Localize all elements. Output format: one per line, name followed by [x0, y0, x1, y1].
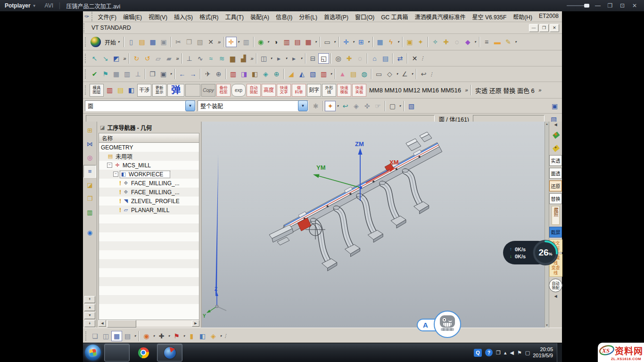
- operation-navigator-icon[interactable]: ≡: [83, 165, 96, 178]
- copy-icon[interactable]: ❐: [184, 36, 195, 48]
- dropdown-arrow-icon[interactable]: ▾: [329, 72, 333, 76]
- rotate-ccw-icon[interactable]: ↺: [142, 53, 153, 64]
- menu-item[interactable]: 文件(F): [95, 12, 120, 22]
- part-navigator-icon[interactable]: ◎: [83, 151, 96, 164]
- menu-item[interactable]: 格式(R): [196, 12, 222, 22]
- scroll-thumb[interactable]: [107, 320, 136, 328]
- sparkle-icon[interactable]: ✧: [430, 36, 441, 48]
- overflow-icon[interactable]: »: [463, 87, 469, 93]
- scroll-right-icon[interactable]: ▶: [192, 320, 199, 327]
- swap-icon[interactable]: ⇄: [395, 53, 405, 64]
- player-name[interactable]: Potplayer: [5, 2, 31, 9]
- collapse-icon[interactable]: ⊟: [307, 53, 318, 64]
- block-icon[interactable]: ▆: [227, 53, 238, 64]
- layer-icon[interactable]: ▤: [380, 53, 391, 64]
- mold-layer-button[interactable]: 模具图层: [90, 84, 104, 97]
- show-hidden-icons[interactable]: ▴: [504, 350, 507, 356]
- graphics-viewport[interactable]: ZM YM XM Z: [202, 122, 549, 328]
- eject-button[interactable]: 弹: [167, 84, 184, 97]
- window-tray-icon[interactable]: ❐: [496, 350, 501, 356]
- grid-icon[interactable]: ▦: [375, 36, 386, 48]
- auto-assembly-button[interactable]: 自动装配: [549, 279, 562, 292]
- display-mode-icon[interactable]: ▭: [322, 36, 333, 48]
- auto-assemble-button[interactable]: 自动装配: [247, 84, 261, 97]
- orient-icon[interactable]: ✈: [202, 68, 213, 80]
- scope-select[interactable]: 整个装配 ▼: [198, 100, 308, 111]
- viewport-scrollbar[interactable]: ▲▼: [545, 122, 549, 328]
- tree-item-label[interactable]: WORKPIECE: [129, 171, 163, 178]
- toolbar-grip[interactable]: [85, 54, 87, 63]
- menu-item[interactable]: 潇洒模具汽模标准件: [412, 12, 469, 22]
- red-cube-icon[interactable]: ▥: [104, 84, 115, 96]
- menu-item[interactable]: 插入(S): [171, 12, 196, 22]
- volume-knob[interactable]: [584, 4, 589, 8]
- stack-icon[interactable]: ▤: [348, 68, 359, 80]
- tree-row[interactable]: !❖FACE_MILLING_...: [99, 188, 199, 197]
- overflow-icon[interactable]: »: [174, 56, 180, 61]
- menu-item[interactable]: 首选项(P): [321, 12, 352, 22]
- search-icon[interactable]: ◌: [452, 36, 462, 48]
- surface-icon[interactable]: ≋: [216, 53, 227, 64]
- scroll-track[interactable]: [106, 320, 192, 327]
- tree-row[interactable]: ▤未用项: [99, 152, 199, 161]
- menu-item[interactable]: 编辑(E): [120, 12, 145, 22]
- taskbar-nx-button[interactable]: [157, 344, 182, 362]
- measure-icon[interactable]: ◫: [258, 53, 269, 64]
- menu-item[interactable]: 装配(A): [247, 12, 272, 22]
- show-hide-icon[interactable]: ❏: [90, 330, 100, 342]
- red-part-icon[interactable]: ▥: [228, 68, 239, 80]
- progress-ring[interactable]: 26%: [532, 239, 559, 266]
- sphere-icon[interactable]: ◉: [256, 36, 266, 48]
- dropdown-arrow-icon[interactable]: ▾: [352, 40, 356, 44]
- volume-slider[interactable]: [567, 5, 589, 6]
- internet-icon[interactable]: ◉: [83, 226, 96, 239]
- expander-icon[interactable]: −: [113, 172, 118, 177]
- panel-toggle-icon[interactable]: ▣: [549, 100, 560, 112]
- list-icon[interactable]: ≡: [481, 36, 492, 48]
- grab-icon[interactable]: ☞: [372, 100, 383, 112]
- replace-button[interactable]: 替换: [549, 193, 562, 204]
- find-icon[interactable]: ◌: [355, 53, 365, 64]
- outline-button[interactable]: 外形线: [322, 84, 336, 97]
- toolbar-grip[interactable]: [85, 69, 87, 79]
- torus-icon[interactable]: ◍: [359, 68, 370, 80]
- dropdown-arrow-icon[interactable]: ▾: [133, 334, 137, 338]
- play-icon[interactable]: ▸: [273, 53, 284, 64]
- save-icon[interactable]: ▦: [148, 36, 158, 48]
- corner-icon[interactable]: ▟: [238, 53, 249, 64]
- input-method-tray-icon[interactable]: Q: [474, 349, 482, 357]
- cone-icon[interactable]: ▲: [337, 68, 348, 80]
- network-tray-icon[interactable]: ▢: [525, 350, 530, 356]
- target-icon[interactable]: ◎: [333, 53, 344, 64]
- dropdown-arrow-icon[interactable]: ▾: [333, 40, 337, 44]
- window-stack-icon[interactable]: ❐: [147, 68, 158, 80]
- taskbar-explorer-button[interactable]: [104, 344, 130, 362]
- dropdown-arrow-icon[interactable]: ▾: [269, 57, 273, 60]
- red-cube-icon[interactable]: ▥: [318, 68, 329, 80]
- scroll-left-icon[interactable]: ◀: [99, 320, 106, 327]
- bounding-box-icon[interactable]: ◈: [208, 330, 219, 342]
- gold-box-icon[interactable]: ▣: [405, 36, 415, 48]
- ramp-icon[interactable]: ◢: [286, 68, 297, 80]
- rect-icon[interactable]: ▭: [373, 68, 384, 80]
- more-icon[interactable]: ⋮: [429, 72, 434, 77]
- purple-part-icon[interactable]: ◨: [239, 68, 249, 80]
- tool-axis-icon[interactable]: ◱: [318, 53, 329, 64]
- wave-icon[interactable]: ≈: [206, 53, 216, 64]
- dropdown-arrow-icon[interactable]: ▾: [167, 334, 171, 338]
- blue-cube-icon[interactable]: ▧: [406, 100, 417, 112]
- screen-capture-button[interactable]: 截屏: [549, 227, 562, 238]
- undo-icon[interactable]: ↩: [340, 100, 351, 112]
- menu-item[interactable]: 分析(L): [296, 12, 321, 22]
- scroll-bottom-icon[interactable]: ↡: [84, 320, 95, 327]
- minimize-button[interactable]: —: [594, 2, 602, 9]
- collapse-arrow-bottom[interactable]: ◀: [554, 294, 557, 298]
- delete-icon[interactable]: ✕: [206, 36, 216, 48]
- quick-text-button[interactable]: 快速文字: [277, 84, 291, 97]
- tree-item-label[interactable]: PLANAR_MILL: [131, 207, 169, 214]
- dropdown-arrow-icon[interactable]: ▾: [398, 104, 402, 108]
- red-cube-icon[interactable]: ▥: [281, 36, 292, 48]
- tree-item-label[interactable]: FACE_MILLING_...: [131, 189, 180, 196]
- shaded-box-icon[interactable]: ◈: [351, 100, 362, 112]
- cancel-icon[interactable]: ✕: [409, 53, 420, 64]
